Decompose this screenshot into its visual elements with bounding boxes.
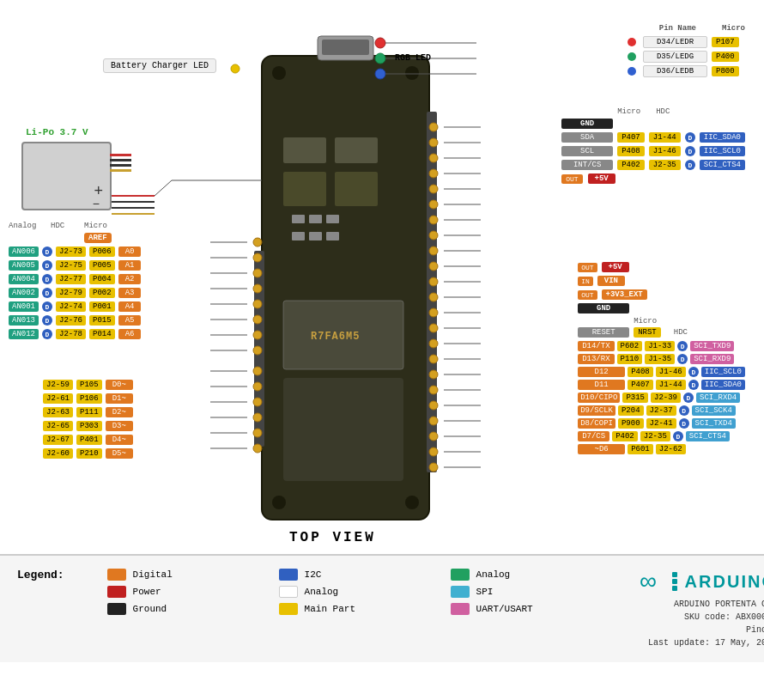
out-badge-2: OUT: [578, 290, 597, 300]
pin-name-table: Pin Name Micro D34/LEDR P107 D35/LEDG P4…: [628, 24, 745, 80]
right-pin-5v-top: OUT +5V: [561, 173, 745, 184]
intcs-d-badge: D: [685, 160, 695, 170]
a6-label: A6: [118, 329, 142, 339]
svg-rect-13: [292, 215, 305, 223]
svg-rect-114: [672, 586, 677, 591]
r-d10: D10/CIPO P315 J2-39 D SCI_RXD4: [578, 393, 745, 403]
svg-point-24: [253, 300, 262, 308]
d2-label: D2~: [106, 407, 133, 417]
pin-name-header: Pin Name: [628, 24, 696, 33]
pin-d35-name: D35/LEDG: [643, 51, 707, 63]
j261-badge: J2-61: [43, 393, 73, 404]
d10-hdc: J2-39: [651, 393, 681, 403]
a3-d: D: [42, 288, 52, 298]
d14-badge: D14/TX: [578, 341, 614, 351]
left-d0: J2-59 P105 D0~: [43, 380, 133, 390]
d12-badge: D12: [578, 367, 625, 377]
svg-text:TOP VIEW: TOP VIEW: [289, 530, 376, 545]
left-pins-area: Analog HDC Micro AREF AN006 D J2-73 P006…: [9, 222, 141, 343]
5v-out-badge: OUT: [561, 174, 582, 184]
d6-badge: ~D6: [578, 444, 625, 454]
j273-badge: J2-73: [56, 247, 86, 257]
p004-badge: P004: [89, 274, 115, 284]
svg-point-38: [429, 169, 438, 178]
d13-d: D: [677, 354, 688, 364]
svg-point-56: [429, 447, 438, 456]
svg-point-22: [253, 269, 262, 277]
battery-minus: −: [93, 197, 100, 210]
svg-point-40: [429, 200, 438, 209]
svg-point-26: [253, 331, 262, 339]
gnd-badge: GND: [561, 119, 613, 129]
vin-badge: VIN: [597, 276, 625, 286]
p015-badge: P015: [89, 315, 115, 326]
digital-label: Digital: [133, 569, 173, 580]
svg-rect-34: [427, 112, 437, 472]
svg-rect-11: [283, 137, 326, 163]
r-d6: ~D6 P601 J2-62: [578, 444, 745, 454]
sda-micro: P407: [617, 132, 645, 143]
an001-badge: AN001: [9, 301, 39, 312]
svg-rect-15: [326, 215, 339, 223]
micro-header-left: Micro: [84, 222, 114, 230]
r-d12: D12 P408 J1-46 D IIC_SCL0: [578, 367, 745, 377]
p005-badge: P005: [89, 260, 115, 271]
scl-func: IIC_SCL0: [700, 146, 745, 156]
d11-badge: D11: [578, 380, 625, 390]
digital-color: [107, 569, 126, 581]
micro-header: Micro: [722, 24, 745, 33]
svg-point-47: [429, 308, 438, 317]
an013-badge: AN013: [9, 315, 39, 326]
svg-point-29: [253, 382, 262, 391]
a4-label: A4: [118, 301, 142, 312]
svg-text:R7FA6M5: R7FA6M5: [311, 331, 360, 343]
aref-row: AREF: [9, 233, 141, 243]
analog-header: Analog: [9, 222, 47, 230]
svg-point-46: [429, 293, 438, 301]
svg-point-37: [429, 154, 438, 162]
left-d1: J2-61 P106 D1~: [43, 393, 133, 404]
intcs-func: SCI_CTS4: [700, 160, 745, 170]
d8-badge: D8/COPI: [578, 418, 615, 429]
p106-badge: P106: [76, 393, 102, 404]
led-b-dot: [628, 67, 636, 76]
j278-badge: J2-78: [56, 329, 86, 339]
analog-green-label: Analog: [476, 569, 511, 580]
out-badge-1: OUT: [578, 263, 597, 272]
svg-point-95: [375, 38, 385, 48]
d9-d: D: [679, 405, 689, 416]
d13-hdc: J1-35: [645, 354, 675, 364]
p002-badge: P002: [89, 288, 115, 298]
d12-d: D: [688, 367, 699, 377]
p105-badge: P105: [76, 380, 102, 390]
svg-rect-5: [318, 36, 373, 60]
legend-area: Legend: Digital I2C Analog Power: [0, 554, 764, 662]
p111-badge: P111: [76, 407, 102, 417]
sda-badge: SDA: [561, 132, 613, 143]
r-d8: D8/COPI P900 J2-41 D SCI_TXD4: [578, 418, 745, 429]
right-pin-scl: SCL P408 J1-46 D IIC_SCL0: [561, 146, 745, 156]
d13-badge: D13/RX: [578, 354, 614, 364]
svg-rect-16: [292, 232, 305, 240]
d12-micro: P408: [628, 367, 653, 377]
a2-label: A2: [118, 274, 142, 284]
d4-label: D4~: [106, 435, 133, 445]
led-g-dot: [628, 52, 636, 61]
a5-d: D: [42, 315, 52, 326]
diagram-area: R7FA6M5 TOP VIEW Battery Charger LED RGB…: [0, 0, 764, 554]
r-d14: D14/TX P602 J1-33 D SCI_TXD9: [578, 341, 745, 351]
d7-func: SCI_CTS4: [686, 431, 730, 441]
scl-hdc: J1-46: [649, 146, 681, 156]
svg-rect-113: [672, 579, 677, 584]
svg-point-36: [429, 138, 438, 147]
pin-row-d35: D35/LEDG P400: [628, 51, 745, 63]
d14-hdc: J1-33: [645, 341, 675, 351]
left-d5: J2-60 P210 D5~: [43, 448, 133, 459]
arduino-sku: SKU code: ABX00074: [640, 611, 764, 624]
arduino-logo-area: ∞ ARDUINO ARDUINO PORTENTA C33 SKU code:…: [640, 569, 764, 649]
svg-point-4: [405, 496, 419, 509]
svg-point-48: [429, 324, 438, 332]
hdc-header-left: HDC: [51, 222, 81, 230]
d10-func: SCI_RXD4: [696, 393, 740, 403]
svg-rect-17: [309, 232, 322, 240]
